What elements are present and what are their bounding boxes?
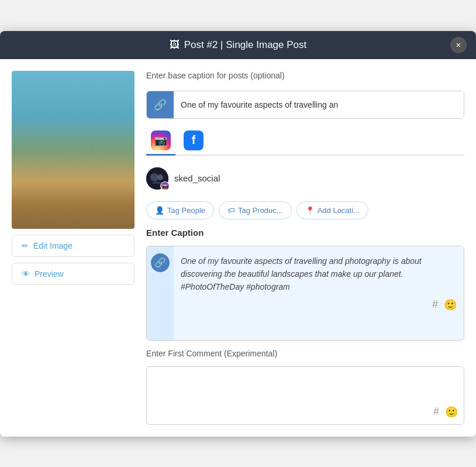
caption-section-label: Enter Caption bbox=[146, 228, 464, 238]
location-icon: 📍 bbox=[305, 206, 315, 215]
tag-icon: 🏷 bbox=[227, 206, 235, 215]
post-modal: 🖼 Post #2 | Single Image Post × ✏ Edit I… bbox=[0, 31, 476, 437]
instagram-icon: 📷 bbox=[151, 131, 171, 150]
account-name: sked_social bbox=[174, 173, 220, 183]
comment-emoji-icon: 🙂 bbox=[445, 406, 458, 418]
tab-facebook[interactable]: f bbox=[179, 127, 208, 156]
emoji-button[interactable]: 🙂 bbox=[444, 298, 457, 311]
edit-image-label: Edit Image bbox=[33, 241, 73, 250]
account-avatar: 📷 bbox=[146, 167, 168, 190]
base-caption-input[interactable] bbox=[174, 91, 464, 118]
tag-people-button[interactable]: 👤 Tag People bbox=[146, 201, 214, 219]
first-comment-box[interactable]: # 🙂 bbox=[146, 366, 464, 425]
modal-title: 🖼 Post #2 | Single Image Post bbox=[170, 39, 306, 51]
base-caption-icon: 🔗 bbox=[147, 91, 174, 118]
comment-emoji-button[interactable]: 🙂 bbox=[445, 406, 458, 418]
brand-link-icon: 🔗 bbox=[154, 257, 166, 268]
svg-point-1 bbox=[150, 173, 158, 181]
svg-point-2 bbox=[157, 174, 163, 180]
link-icon: 🔗 bbox=[154, 98, 167, 111]
preview-button[interactable]: 👁 Preview bbox=[12, 263, 134, 285]
tag-buttons: 👤 Tag People 🏷 Tag Produc... 📍 Add Locat… bbox=[146, 201, 464, 219]
tab-instagram[interactable]: 📷 bbox=[146, 127, 175, 156]
platform-tabs: 📷 f bbox=[146, 127, 464, 156]
caption-icons-row: # 🙂 bbox=[181, 298, 457, 311]
hashtag-button[interactable]: # bbox=[432, 298, 438, 311]
preview-label: Preview bbox=[35, 269, 64, 279]
close-icon: × bbox=[456, 40, 461, 50]
caption-text: One of my favourite aspects of travellin… bbox=[181, 255, 457, 294]
image-header-icon: 🖼 bbox=[170, 39, 180, 51]
base-caption-label: Enter base caption for posts (optional) bbox=[146, 71, 464, 80]
comment-hashtag-button[interactable]: # bbox=[433, 406, 439, 418]
add-location-button[interactable]: 📍 Add Locati... bbox=[296, 201, 368, 219]
caption-area: 🔗 One of my favourite aspects of travell… bbox=[146, 246, 464, 341]
caption-left-bar: 🔗 bbox=[147, 246, 174, 340]
modal-body: ✏ Edit Image 👁 Preview Enter base captio… bbox=[0, 59, 476, 437]
right-panel: Enter base caption for posts (optional) … bbox=[146, 71, 464, 425]
tag-people-label: Tag People bbox=[167, 206, 205, 215]
first-comment-icons: # 🙂 bbox=[433, 406, 458, 418]
add-location-label: Add Locati... bbox=[318, 206, 360, 215]
hashtag-icon: # bbox=[432, 298, 438, 310]
post-image-visual bbox=[12, 71, 134, 229]
caption-text-area[interactable]: One of my favourite aspects of travellin… bbox=[174, 246, 464, 340]
edit-image-button[interactable]: ✏ Edit Image bbox=[12, 235, 134, 257]
comment-hashtag-icon: # bbox=[433, 406, 439, 417]
post-image bbox=[12, 71, 134, 229]
tag-products-button[interactable]: 🏷 Tag Produc... bbox=[219, 201, 292, 219]
caption-brand-icon: 🔗 bbox=[151, 253, 170, 272]
account-row: 📷 sked_social bbox=[146, 164, 464, 193]
person-icon: 👤 bbox=[155, 206, 164, 215]
first-comment-label: Enter First Comment (Experimental) bbox=[146, 349, 464, 358]
instagram-badge: 📷 bbox=[160, 181, 170, 191]
base-caption-row: 🔗 bbox=[146, 91, 464, 119]
emoji-icon: 🙂 bbox=[444, 299, 457, 311]
close-button[interactable]: × bbox=[450, 37, 467, 53]
left-panel: ✏ Edit Image 👁 Preview bbox=[12, 71, 134, 425]
modal-title-text: Post #2 | Single Image Post bbox=[184, 39, 306, 51]
edit-icon: ✏ bbox=[22, 241, 29, 250]
facebook-icon: f bbox=[184, 131, 203, 150]
modal-header: 🖼 Post #2 | Single Image Post × bbox=[0, 31, 476, 59]
tag-products-label: Tag Produc... bbox=[238, 206, 283, 215]
preview-icon: 👁 bbox=[22, 269, 30, 279]
